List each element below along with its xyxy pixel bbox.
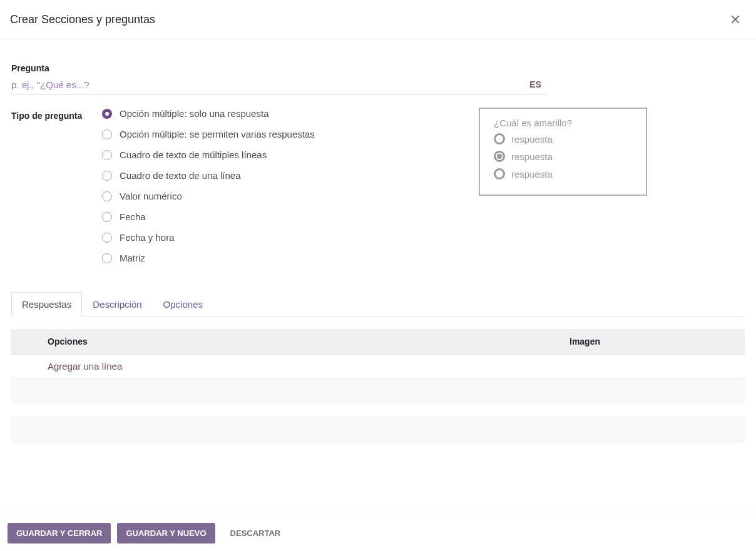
close-icon — [730, 14, 741, 25]
radio-icon — [102, 109, 112, 119]
save-close-button[interactable]: Guardar y Cerrar — [8, 523, 111, 543]
preview-answer: respuesta — [494, 168, 633, 179]
table-row-spacer — [11, 403, 745, 417]
save-new-button[interactable]: Guardar y Nuevo — [117, 523, 215, 543]
question-input[interactable] — [11, 77, 546, 94]
preview-question-text: ¿Cuál es amarillo? — [494, 118, 633, 128]
radio-label: Opción múltiple: solo una respuesta — [120, 108, 268, 119]
add-line-link[interactable]: Agregar una línea — [48, 361, 122, 372]
radio-label: Fecha — [120, 211, 146, 222]
preview-answer-label: respuesta — [511, 151, 553, 162]
column-actions — [717, 329, 745, 355]
preview-answer-label: respuesta — [511, 169, 553, 179]
radio-option-textarea[interactable]: Cuadro de texto de múltiples líneas — [102, 149, 745, 160]
radio-label: Opción múltiple: se permiten varias resp… — [120, 129, 315, 139]
tab-options[interactable]: Opciones — [153, 292, 213, 316]
tab-answers[interactable]: Respuestas — [11, 292, 82, 316]
tabs: Respuestas Descripción Opciones — [11, 292, 745, 316]
modal-header: Crear Secciones y preguntas — [0, 0, 756, 39]
table-header-row: Opciones Imagen — [11, 329, 745, 355]
discard-button[interactable]: Descartar — [222, 523, 290, 543]
radio-option-multi-choice[interactable]: Opción múltiple: se permiten varias resp… — [102, 129, 745, 139]
language-badge[interactable]: ES — [524, 77, 546, 92]
question-preview: ¿Cuál es amarillo? respuesta respuesta r… — [479, 108, 647, 196]
modal-footer: Guardar y Cerrar Guardar y Nuevo Descart… — [0, 515, 756, 551]
radio-icon — [102, 150, 112, 160]
column-options: Opciones — [39, 329, 561, 355]
tab-description[interactable]: Descripción — [82, 292, 152, 316]
table-row-empty — [11, 416, 745, 441]
modal-body: Pregunta ES Tipo de pregunta Opción múlt… — [0, 39, 756, 454]
modal-title: Crear Secciones y preguntas — [10, 13, 155, 26]
radio-icon — [102, 129, 112, 139]
question-label: Pregunta — [11, 63, 745, 73]
radio-icon — [102, 191, 112, 201]
table-row-add: Agregar una línea — [11, 355, 745, 378]
radio-icon — [102, 171, 112, 181]
radio-option-date[interactable]: Fecha — [102, 211, 745, 222]
close-button[interactable] — [727, 11, 743, 28]
radio-label: Cuadro de texto de múltiples líneas — [120, 149, 267, 160]
tabs-container: Respuestas Descripción Opciones Opciones… — [11, 292, 745, 442]
radio-option-datetime[interactable]: Fecha y hora — [102, 232, 745, 243]
radio-outline-icon — [494, 168, 505, 179]
preview-answer: respuesta — [494, 151, 633, 162]
question-type-label: Tipo de pregunta — [11, 108, 102, 121]
question-input-wrapper: ES — [11, 77, 546, 94]
question-type-options: Opción múltiple: solo una respuesta Opci… — [102, 108, 745, 273]
radio-option-numeric[interactable]: Valor numérico — [102, 191, 745, 201]
preview-answer: respuesta — [494, 133, 633, 144]
table-row-empty — [11, 378, 745, 403]
radio-icon — [102, 233, 112, 243]
radio-label: Matriz — [120, 253, 145, 263]
radio-outline-icon — [494, 133, 505, 144]
answers-table: Opciones Imagen Agregar una línea — [11, 329, 745, 442]
column-image: Imagen — [561, 329, 717, 355]
column-handle — [11, 329, 39, 355]
radio-option-single-choice[interactable]: Opción múltiple: solo una respuesta — [102, 108, 745, 119]
radio-filled-icon — [494, 151, 505, 162]
radio-option-matrix[interactable]: Matriz — [102, 253, 745, 263]
radio-label: Fecha y hora — [120, 232, 175, 243]
radio-icon — [102, 253, 112, 263]
preview-answer-label: respuesta — [511, 134, 553, 144]
radio-label: Cuadro de texto de una línea — [120, 170, 240, 181]
radio-icon — [102, 212, 112, 222]
radio-label: Valor numérico — [120, 191, 182, 201]
answers-table-wrapper: Opciones Imagen Agregar una línea — [11, 329, 745, 442]
radio-option-textline[interactable]: Cuadro de texto de una línea — [102, 170, 745, 181]
